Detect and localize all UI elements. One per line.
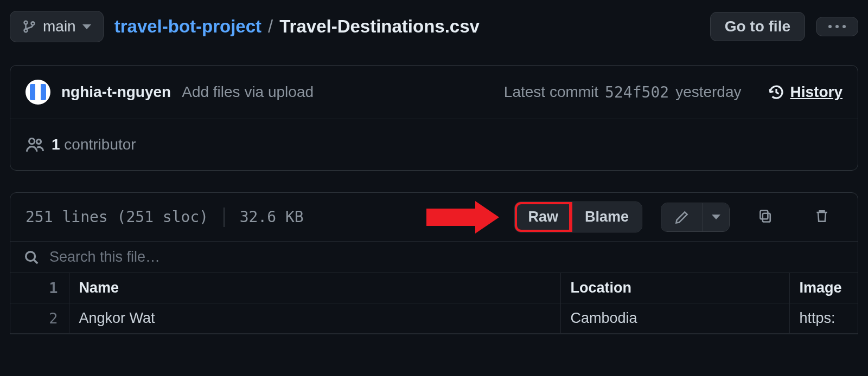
history-link[interactable]: History [768,83,843,101]
file-size: 32.6 KB [240,208,304,226]
line-number[interactable]: 1 [10,273,69,303]
breadcrumb: travel-bot-project / Travel-Destinations… [114,16,699,37]
caret-down-icon [82,24,91,29]
line-number[interactable]: 2 [10,303,69,334]
commit-card: nghia-t-nguyen Add files via upload Late… [10,65,858,171]
raw-blame-group: Raw Blame [514,202,642,232]
avatar[interactable] [25,80,50,105]
cell-image: https: [789,303,858,334]
breadcrumb-repo-link[interactable]: travel-bot-project [114,16,261,37]
svg-point-0 [24,21,28,24]
svg-point-4 [36,139,41,144]
svg-point-7 [26,251,35,261]
cell-location: Cambodia [560,303,789,334]
table-header-row: 1 Name Location Image [10,273,858,303]
kebab-icon [828,25,846,28]
svg-point-2 [31,22,35,25]
breadcrumb-separator: / [266,16,275,37]
col-header-name: Name [69,273,560,303]
search-input[interactable] [48,248,845,266]
svg-point-1 [24,29,28,32]
raw-button[interactable]: Raw [515,202,571,232]
toolbar-separator [224,208,225,227]
commit-time: yesterday [675,83,741,101]
copy-icon [758,209,773,224]
contributors-row[interactable]: 1 contributor [10,119,858,170]
cell-name: Angkor Wat [69,303,560,334]
commit-author[interactable]: nghia-t-nguyen [61,83,171,101]
trash-icon [814,209,829,224]
copy-button[interactable] [745,202,786,232]
edit-group [661,203,730,232]
col-header-image: Image [789,273,858,303]
people-icon [25,135,44,154]
svg-rect-5 [763,213,770,222]
breadcrumb-file: Travel-Destinations.csv [279,16,480,37]
go-to-file-button[interactable]: Go to file [710,12,805,41]
more-actions-button[interactable] [816,17,858,36]
edit-button[interactable] [661,203,703,231]
history-icon [768,83,785,101]
commit-hash[interactable]: 524f502 [605,83,669,101]
history-label: History [790,83,843,101]
search-icon [23,249,40,265]
pencil-icon [674,210,690,225]
branch-name: main [43,19,76,34]
caret-down-icon [712,215,720,219]
file-search-row [10,241,858,273]
table-row: 2 Angkor Wat Cambodia https: [10,303,858,334]
commit-meta: Latest commit 524f502 yesterday [504,83,742,101]
csv-table: 1 Name Location Image 2 Angkor Wat Cambo… [10,273,858,334]
contributor-label: contributor [64,136,136,153]
branch-selector-button[interactable]: main [10,11,104,42]
commit-message[interactable]: Add files via upload [182,83,314,101]
svg-rect-6 [760,211,768,219]
svg-point-3 [29,139,35,144]
annotation-arrow [426,203,499,232]
latest-commit-label: Latest commit [504,83,598,101]
blame-button[interactable]: Blame [571,202,642,232]
file-card: 251 lines (251 sloc) 32.6 KB Raw Blame [10,192,858,334]
git-branch-icon [22,20,36,34]
file-lines: 251 lines (251 sloc) [25,208,208,226]
contributor-count: 1 [52,136,60,153]
edit-dropdown-button[interactable] [703,203,729,231]
col-header-location: Location [560,273,789,303]
delete-button[interactable] [801,202,843,232]
